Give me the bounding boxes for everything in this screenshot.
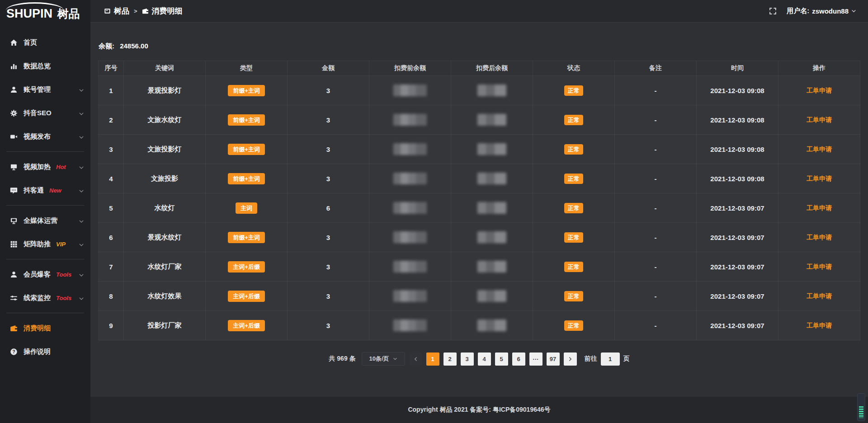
redacted-balance-block	[477, 202, 506, 214]
cell-time: 2021-12-03 09:07	[697, 223, 778, 252]
work-order-link[interactable]: 工单申请	[807, 175, 832, 182]
more-pages-button[interactable]: ···	[529, 352, 542, 366]
redacted-balance-block	[393, 114, 427, 126]
floating-widget[interactable]	[857, 393, 865, 421]
work-order-link[interactable]: 工单申请	[807, 292, 832, 300]
sidebar-item-data-overview[interactable]: 数据总览	[0, 54, 90, 78]
next-page-button[interactable]	[564, 352, 577, 366]
work-order-link[interactable]: 工单申请	[807, 87, 832, 94]
cell-status: 正常	[533, 105, 615, 135]
redacted-balance-block	[477, 85, 506, 96]
cell-index: 5	[99, 193, 124, 223]
cell-balance-before	[369, 193, 451, 223]
user-menu[interactable]: 用户名: zswodun88	[787, 7, 856, 15]
redacted-balance-block	[393, 143, 427, 155]
cell-balance-after	[451, 76, 533, 105]
cell-status: 正常	[533, 76, 615, 105]
user-icon	[10, 86, 18, 94]
sidebar-item-account-manage[interactable]: 账号管理	[0, 78, 90, 101]
column-header: 备注	[615, 61, 697, 76]
cell-type: 主词+后缀	[206, 282, 288, 311]
cell-time: 2021-12-03 09:08	[697, 105, 778, 135]
brand-logo: SHUPIN 树品	[0, 0, 90, 24]
balance-label: 余额:	[99, 42, 114, 50]
status-badge: 正常	[564, 320, 583, 331]
chevron-down-icon	[79, 241, 84, 247]
gear-icon	[10, 109, 18, 117]
cell-balance-before	[369, 282, 451, 311]
page-button-97[interactable]: 97	[547, 352, 560, 366]
sidebar-item-douyin-seo[interactable]: 抖音SEO	[0, 101, 90, 125]
cell-time: 2021-12-03 09:07	[697, 311, 778, 340]
page-button-3[interactable]: 3	[461, 352, 474, 366]
column-header: 时间	[697, 61, 778, 76]
topbar-right: 用户名: zswodun88	[769, 7, 856, 15]
redacted-balance-block	[393, 261, 427, 273]
cell-balance-after	[451, 193, 533, 223]
table-row: 6景观水纹灯前缀+主词3正常-2021-12-03 09:07工单申请	[99, 223, 860, 252]
page-button-2[interactable]: 2	[443, 352, 457, 366]
page-button-5[interactable]: 5	[495, 352, 508, 366]
sidebar-item-label: 矩阵助推	[24, 240, 51, 249]
sidebar-item-member-baoke[interactable]: 会员爆客Tools	[0, 263, 90, 286]
status-badge: 正常	[564, 291, 583, 301]
chevron-down-icon	[79, 134, 84, 139]
redacted-balance-block	[393, 320, 427, 331]
page-button-4[interactable]: 4	[478, 352, 491, 366]
cell-status: 正常	[533, 282, 615, 311]
fullscreen-icon[interactable]	[769, 7, 777, 15]
work-order-link[interactable]: 工单申请	[807, 263, 832, 270]
sidebar-item-home[interactable]: 首页	[0, 31, 90, 54]
cell-balance-after	[451, 252, 533, 282]
work-order-link[interactable]: 工单申请	[807, 146, 832, 153]
cell-action: 工单申请	[778, 135, 860, 164]
redacted-balance-block	[477, 290, 506, 302]
work-order-link[interactable]: 工单申请	[807, 234, 832, 241]
column-header: 序号	[99, 61, 124, 76]
sidebar-item-douketong[interactable]: 抖客通New	[0, 179, 90, 202]
breadcrumb-label: 树品	[114, 6, 129, 16]
sliders-icon	[10, 294, 18, 302]
sidebar-item-video-publish[interactable]: 视频发布	[0, 125, 90, 148]
logo-arc-decoration	[6, 2, 64, 10]
redacted-balance-block	[477, 143, 506, 155]
goto-page-input[interactable]	[601, 352, 620, 366]
goto-label: 前往	[585, 355, 597, 363]
topbar: 树品 > 消费明细 用户名: zswodun88	[90, 0, 868, 23]
page-button-6[interactable]: 6	[512, 352, 525, 366]
redacted-balance-block	[393, 290, 427, 302]
cell-balance-after	[451, 311, 533, 340]
cell-index: 3	[99, 135, 124, 164]
column-header: 金额	[288, 61, 369, 76]
cell-remark: -	[615, 282, 697, 311]
sidebar-item-matrix-boost[interactable]: 矩阵助推VIP	[0, 232, 90, 256]
breadcrumb-item-consume-detail[interactable]: 消费明细	[142, 6, 183, 16]
sidebar-item-video-heat[interactable]: 视频加热Hot	[0, 155, 90, 179]
wallet-icon	[10, 324, 18, 332]
pagination: 共 969 条 10条/页 123456···97 前往 页	[90, 352, 868, 366]
cell-balance-after	[451, 164, 533, 193]
sidebar-item-clue-monitor[interactable]: 线索监控Tools	[0, 286, 90, 310]
page-button-1[interactable]: 1	[426, 352, 439, 366]
page-size-select[interactable]: 10条/页	[362, 352, 405, 366]
cell-remark: -	[615, 193, 697, 223]
chevron-down-icon	[79, 272, 84, 277]
breadcrumb-item-shupin[interactable]: 树品	[104, 6, 129, 16]
cell-status: 正常	[533, 252, 615, 282]
cell-balance-before	[369, 135, 451, 164]
sidebar-item-all-media-ops[interactable]: 全媒体运营	[0, 209, 90, 232]
chevron-down-icon	[79, 110, 84, 116]
status-badge: 正常	[564, 144, 583, 155]
footer: Copyright 树品 2021 备案号: 粤ICP备09019646号	[90, 397, 868, 423]
sidebar-item-label: 线索监控	[24, 294, 51, 302]
work-order-link[interactable]: 工单申请	[807, 204, 832, 212]
sidebar-item-help-guide[interactable]: ?操作说明	[0, 340, 90, 363]
work-order-link[interactable]: 工单申请	[807, 116, 832, 123]
cell-balance-after	[451, 282, 533, 311]
sidebar-item-label: 抖音SEO	[24, 109, 52, 118]
sidebar-item-consume-detail[interactable]: 消费明细	[0, 316, 90, 340]
prev-page-button[interactable]	[409, 352, 422, 366]
column-header: 扣费前余额	[369, 61, 451, 76]
grid-icon	[10, 240, 18, 248]
work-order-link[interactable]: 工单申请	[807, 322, 832, 329]
